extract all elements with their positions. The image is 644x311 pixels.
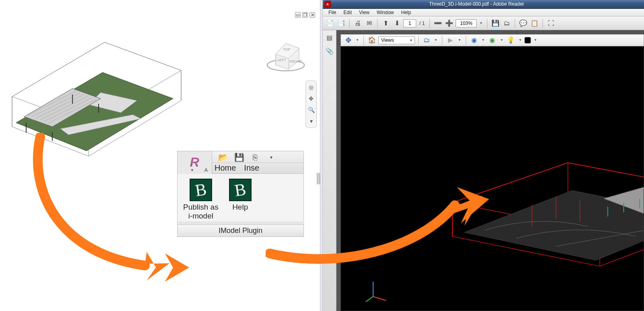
- chevron-down-icon: ▼: [190, 168, 194, 172]
- viewcube[interactable]: TOP LEFT FRONT: [264, 32, 308, 76]
- revit-3d-model[interactable]: [0, 32, 185, 169]
- zoom-out-icon[interactable]: ➖: [433, 19, 443, 28]
- tree-dropdown-icon[interactable]: ▼: [433, 38, 439, 42]
- save-copy-icon[interactable]: 📄: [325, 19, 335, 28]
- fullscreen-icon[interactable]: ⛶: [546, 19, 556, 28]
- highlight-icon[interactable]: 📋: [530, 19, 539, 28]
- comment-icon[interactable]: 💬: [518, 19, 528, 28]
- play-dropdown-icon[interactable]: ▼: [457, 38, 462, 42]
- adobe-document-area: ✥ ▼ 🏠 Views 🗂 ▼ ▶ ▼ ◉ ▼ ◉ ▼ 💡 ▼: [336, 30, 644, 311]
- rotate-dropdown-icon[interactable]: ▼: [355, 38, 360, 42]
- svg-line-47: [366, 297, 373, 302]
- restore-button[interactable]: ❐: [302, 12, 308, 18]
- thumbnails-icon[interactable]: ▤: [325, 33, 334, 42]
- qat-dropdown-icon[interactable]: ▾: [266, 152, 277, 163]
- menu-file[interactable]: File: [325, 9, 339, 16]
- views-label: Views: [381, 37, 394, 43]
- revit-ribbon-inset: R ▼ A 📂 💾 ⎘ ▾ Home Inse B: [177, 151, 304, 237]
- adobe-menubar: File Edit View Window Help: [323, 9, 644, 17]
- ribbon-panel-body: B Publish as i-model B Help: [178, 174, 303, 221]
- menu-edit[interactable]: Edit: [340, 9, 355, 16]
- revit-navbar: ◎ ✥ 🔍 ▾: [305, 80, 317, 128]
- menu-help[interactable]: Help: [398, 9, 415, 16]
- help-label: Help: [232, 203, 248, 212]
- attachments-icon[interactable]: 📎: [325, 47, 334, 56]
- svg-text:TOP: TOP: [283, 47, 290, 51]
- publish-as-imodel-button[interactable]: B Publish as i-model: [183, 179, 219, 220]
- revit-window-buttons: ▭ ❐ ✕: [295, 12, 315, 18]
- steering-wheel-icon[interactable]: ◎: [307, 83, 315, 91]
- page-total: / 1: [418, 21, 426, 26]
- minimize-button[interactable]: ▭: [295, 12, 301, 18]
- open-icon[interactable]: 📂: [218, 152, 228, 163]
- cube-green-dd-icon[interactable]: ▼: [499, 38, 504, 42]
- expand-icon[interactable]: ▾: [307, 117, 315, 125]
- menu-view[interactable]: View: [356, 9, 373, 16]
- help-button[interactable]: B Help: [229, 179, 252, 220]
- revit-logo-icon: R: [190, 155, 199, 170]
- adobe-title-text: ThreeD_3D.i-Model-000.pdf - Adobe Reader: [333, 1, 644, 7]
- adobe-titlebar: A ThreeD_3D.i-Model-000.pdf - Adobe Read…: [323, 0, 644, 9]
- export-icon[interactable]: 📑: [336, 19, 346, 28]
- svg-text:LEFT: LEFT: [277, 58, 287, 62]
- save-icon[interactable]: 💾: [234, 152, 244, 163]
- save-icon[interactable]: 💾: [491, 19, 500, 28]
- close-button[interactable]: ✕: [310, 12, 315, 18]
- adobe-sidebar: ▤ 📎: [323, 30, 336, 311]
- scroll-grip[interactable]: [317, 173, 320, 184]
- print-icon[interactable]: 🖨: [353, 19, 363, 28]
- tab-insert[interactable]: Inse: [244, 163, 259, 173]
- rotate-tool-icon[interactable]: ✥: [343, 35, 353, 45]
- cube-blue-icon[interactable]: ◉: [469, 35, 479, 45]
- light-dd-icon[interactable]: ▼: [517, 38, 523, 42]
- adobe-toolbar: 📄 📑 🖨 ✉ ⬆ ⬇ / 1 ➖ ➕ ▼ 💾 🗂 💬 📋 ⛶: [323, 16, 644, 30]
- ribbon-panel-title: IModel Plugin: [178, 224, 303, 237]
- bentley-icon: B: [229, 179, 252, 201]
- home-view-icon[interactable]: 🏠: [367, 35, 377, 45]
- play-icon[interactable]: ▶: [446, 35, 455, 45]
- axis-gizmo-icon: [365, 278, 389, 303]
- publish-label-1: Publish as: [183, 203, 219, 212]
- tab-home[interactable]: Home: [215, 163, 236, 173]
- adobe-3d-toolbar: ✥ ▼ 🏠 Views 🗂 ▼ ▶ ▼ ◉ ▼ ◉ ▼ 💡 ▼: [341, 34, 644, 46]
- cube-green-icon[interactable]: ◉: [487, 35, 497, 45]
- cube-blue-dd-icon[interactable]: ▼: [481, 38, 486, 42]
- zoom-input[interactable]: [456, 19, 477, 27]
- sync-icon[interactable]: ⎘: [250, 152, 260, 163]
- revit-viewport: ▭ ❐ ✕: [0, 0, 320, 311]
- prev-page-icon[interactable]: ⬆: [381, 19, 390, 28]
- email-icon[interactable]: ✉: [364, 19, 374, 28]
- adobe-reader-window: A ThreeD_3D.i-Model-000.pdf - Adobe Read…: [323, 0, 644, 311]
- app-sub-letter: A: [204, 167, 208, 173]
- page-input[interactable]: [403, 19, 416, 27]
- ribbon-tabs: Home Inse: [212, 163, 303, 173]
- model-tree-icon[interactable]: 🗂: [422, 35, 431, 45]
- splitter-bar[interactable]: [320, 0, 323, 311]
- revit-app-button[interactable]: R ▼ A: [178, 151, 212, 174]
- adobe-3d-viewport[interactable]: [341, 46, 644, 311]
- svg-line-46: [373, 297, 386, 301]
- views-dropdown[interactable]: Views: [378, 36, 415, 44]
- zoom-icon[interactable]: 🔍: [307, 106, 315, 114]
- pdf-icon: A: [324, 1, 331, 7]
- zoom-in-icon[interactable]: ➕: [444, 19, 454, 28]
- bentley-icon: B: [190, 179, 212, 201]
- next-page-icon[interactable]: ⬇: [392, 19, 402, 28]
- organizer-icon[interactable]: 🗂: [502, 19, 512, 28]
- quick-access-toolbar: 📂 💾 ⎘ ▾: [212, 152, 303, 163]
- svg-text:FRONT: FRONT: [289, 60, 302, 64]
- menu-window[interactable]: Window: [374, 9, 397, 16]
- pan-icon[interactable]: ✥: [307, 95, 315, 103]
- publish-label-2: i-model: [183, 212, 219, 220]
- bgcolor-icon[interactable]: [524, 37, 531, 43]
- bg-dd-icon[interactable]: ▼: [533, 38, 538, 42]
- light-icon[interactable]: 💡: [506, 35, 516, 45]
- zoom-dropdown-icon[interactable]: ▼: [478, 21, 484, 25]
